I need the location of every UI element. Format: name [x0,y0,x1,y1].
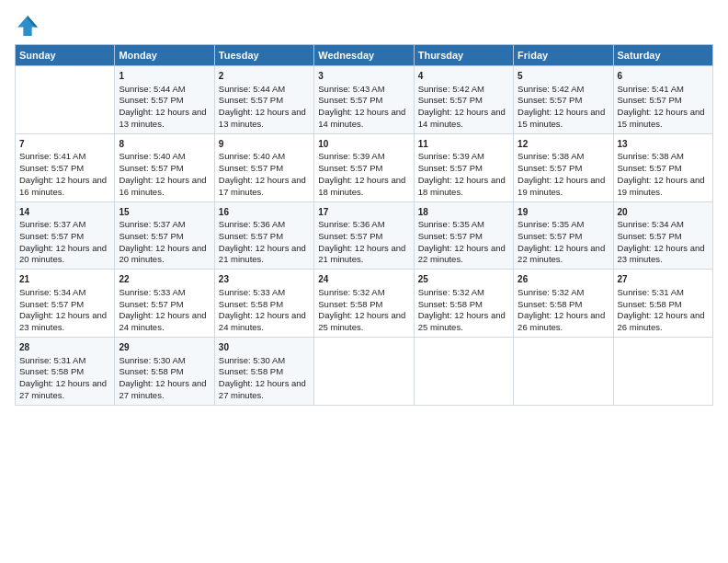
cell-4-4: 24Sunrise: 5:32 AMSunset: 5:58 PMDayligh… [314,270,414,338]
cell-5-2: 29Sunrise: 5:30 AMSunset: 5:58 PMDayligh… [115,338,214,406]
sunset: Sunset: 5:58 PM [119,366,183,376]
daylight: Daylight: 12 hours and 23 minutes. [19,310,107,332]
cell-2-1: 7Sunrise: 5:41 AMSunset: 5:57 PMDaylight… [16,133,115,201]
cell-2-5: 11Sunrise: 5:39 AMSunset: 5:57 PMDayligh… [414,133,513,201]
cell-3-7: 20Sunrise: 5:34 AMSunset: 5:57 PMDayligh… [613,201,712,270]
cell-3-5: 18Sunrise: 5:35 AMSunset: 5:57 PMDayligh… [414,201,513,270]
sunrise: Sunrise: 5:31 AM [618,287,684,297]
cell-2-3: 9Sunrise: 5:40 AMSunset: 5:57 PMDaylight… [214,133,313,201]
sunrise: Sunrise: 5:39 AM [418,151,484,161]
daylight: Daylight: 12 hours and 22 minutes. [518,243,605,265]
daylight: Daylight: 12 hours and 20 minutes. [119,243,206,265]
sunset: Sunset: 5:58 PM [418,299,483,309]
sunrise: Sunrise: 5:32 AM [318,287,384,297]
sunrise: Sunrise: 5:38 AM [618,151,684,161]
day-number: 22 [119,273,210,286]
day-number: 30 [219,341,310,354]
sunset: Sunset: 5:58 PM [318,299,382,309]
day-number: 24 [318,273,409,286]
week-row-5: 28Sunrise: 5:31 AMSunset: 5:58 PMDayligh… [16,338,713,406]
sunrise: Sunrise: 5:42 AM [418,84,484,94]
col-header-monday: Monday [115,45,214,66]
sunset: Sunset: 5:58 PM [518,299,582,309]
logo [15,13,44,39]
sunrise: Sunrise: 5:44 AM [119,84,185,94]
sunrise: Sunrise: 5:41 AM [618,84,684,94]
sunset: Sunset: 5:57 PM [119,231,183,241]
day-number: 11 [418,138,509,151]
daylight: Daylight: 12 hours and 21 minutes. [318,243,405,265]
daylight: Daylight: 12 hours and 15 minutes. [518,107,605,129]
cell-5-3: 30Sunrise: 5:30 AMSunset: 5:58 PMDayligh… [214,338,313,406]
day-number: 19 [518,206,609,219]
cell-4-6: 26Sunrise: 5:32 AMSunset: 5:58 PMDayligh… [514,270,613,338]
day-number: 3 [318,70,409,83]
week-row-2: 7Sunrise: 5:41 AMSunset: 5:57 PMDaylight… [16,133,713,201]
sunset: Sunset: 5:57 PM [618,163,682,173]
daylight: Daylight: 12 hours and 14 minutes. [318,107,405,129]
daylight: Daylight: 12 hours and 27 minutes. [219,378,306,400]
daylight: Daylight: 12 hours and 25 minutes. [418,310,506,332]
col-header-friday: Friday [514,45,613,66]
daylight: Daylight: 12 hours and 17 minutes. [219,175,306,197]
cell-1-4: 3Sunrise: 5:43 AMSunset: 5:57 PMDaylight… [314,66,414,134]
sunrise: Sunrise: 5:38 AM [518,151,584,161]
sunset: Sunset: 5:57 PM [518,231,582,241]
daylight: Daylight: 12 hours and 24 minutes. [219,310,306,332]
sunset: Sunset: 5:57 PM [219,163,283,173]
sunset: Sunset: 5:57 PM [119,95,183,105]
sunrise: Sunrise: 5:30 AM [219,355,285,365]
day-number: 17 [318,206,409,219]
sunset: Sunset: 5:57 PM [119,163,183,173]
sunrise: Sunrise: 5:32 AM [418,287,484,297]
sunrise: Sunrise: 5:40 AM [219,151,285,161]
sunset: Sunset: 5:57 PM [518,163,582,173]
day-number: 23 [219,273,310,286]
cell-3-2: 15Sunrise: 5:37 AMSunset: 5:57 PMDayligh… [115,201,214,270]
cell-4-7: 27Sunrise: 5:31 AMSunset: 5:58 PMDayligh… [613,270,712,338]
daylight: Daylight: 12 hours and 27 minutes. [119,378,206,400]
day-number: 2 [219,70,310,83]
daylight: Daylight: 12 hours and 26 minutes. [518,310,605,332]
cell-1-2: 1Sunrise: 5:44 AMSunset: 5:57 PMDaylight… [115,66,214,134]
sunrise: Sunrise: 5:35 AM [418,219,484,229]
sunrise: Sunrise: 5:31 AM [19,355,85,365]
cell-5-1: 28Sunrise: 5:31 AMSunset: 5:58 PMDayligh… [16,338,115,406]
daylight: Daylight: 12 hours and 13 minutes. [219,107,306,129]
sunrise: Sunrise: 5:32 AM [518,287,584,297]
sunrise: Sunrise: 5:34 AM [19,287,85,297]
sunrise: Sunrise: 5:30 AM [119,355,185,365]
sunset: Sunset: 5:57 PM [219,95,283,105]
cell-5-7 [613,338,712,406]
daylight: Daylight: 12 hours and 14 minutes. [418,107,506,129]
sunrise: Sunrise: 5:34 AM [618,219,684,229]
day-number: 18 [418,206,509,219]
cell-5-5 [414,338,513,406]
cell-1-3: 2Sunrise: 5:44 AMSunset: 5:57 PMDaylight… [214,66,313,134]
day-number: 9 [219,138,310,151]
sunrise: Sunrise: 5:37 AM [19,219,85,229]
sunrise: Sunrise: 5:33 AM [219,287,285,297]
col-header-thursday: Thursday [414,45,513,66]
cell-4-3: 23Sunrise: 5:33 AMSunset: 5:58 PMDayligh… [214,270,313,338]
cell-3-3: 16Sunrise: 5:36 AMSunset: 5:57 PMDayligh… [214,201,313,270]
sunset: Sunset: 5:58 PM [219,366,283,376]
day-number: 8 [119,138,210,151]
day-number: 28 [19,341,110,354]
daylight: Daylight: 12 hours and 27 minutes. [19,378,107,400]
daylight: Daylight: 12 hours and 19 minutes. [618,175,705,197]
day-number: 20 [618,206,709,219]
sunset: Sunset: 5:57 PM [418,231,483,241]
sunrise: Sunrise: 5:40 AM [119,151,185,161]
sunset: Sunset: 5:57 PM [19,163,84,173]
sunset: Sunset: 5:57 PM [318,163,382,173]
day-number: 13 [618,138,709,151]
sunrise: Sunrise: 5:37 AM [119,219,185,229]
col-header-tuesday: Tuesday [214,45,313,66]
day-number: 25 [418,273,509,286]
sunset: Sunset: 5:57 PM [418,95,483,105]
sunrise: Sunrise: 5:36 AM [318,219,384,229]
cell-1-7: 6Sunrise: 5:41 AMSunset: 5:57 PMDaylight… [613,66,712,134]
day-number: 12 [518,138,609,151]
sunset: Sunset: 5:57 PM [618,231,682,241]
